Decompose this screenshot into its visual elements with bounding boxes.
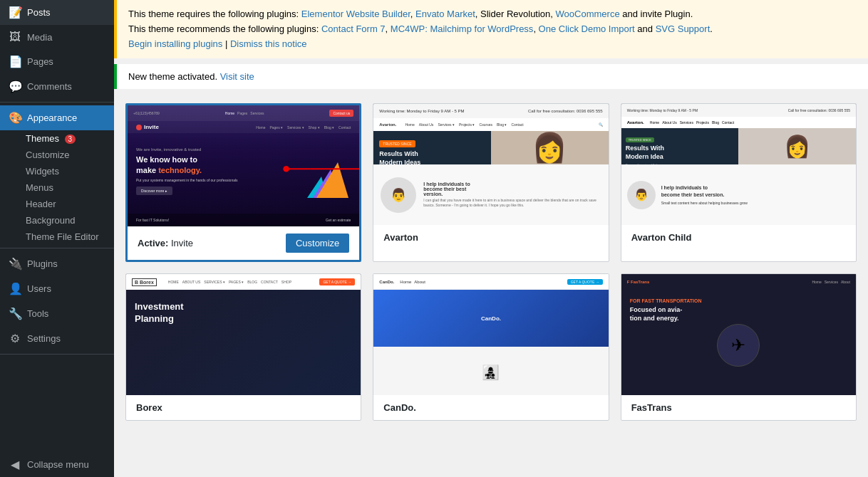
warning-line3: Begin installing plugins | Dismiss this … [128, 37, 857, 52]
pages-icon: 📄 [9, 55, 21, 68]
sidebar: 📝 Posts 🖼 Media 📄 Pages 💬 Comments 🎨 App… [0, 0, 114, 477]
plugins-icon: 🔌 [9, 257, 21, 271]
theme-footer-avarton: Avarton [373, 225, 608, 250]
mc4wp-link[interactable]: MC4WP: Mailchimp for WordPress [391, 23, 534, 34]
sidebar-sub-customize[interactable]: Customize [0, 147, 114, 163]
theme-preview-fastrans: F FasTrans Home Services About FOR FAST … [621, 274, 856, 395]
sidebar-sub-background[interactable]: Background [0, 212, 114, 229]
media-icon: 🖼 [9, 31, 21, 43]
sidebar-sub-widgets[interactable]: Widgets [0, 163, 114, 179]
sidebar-item-settings[interactable]: ⚙ Settings [0, 326, 114, 351]
sidebar-sub-header[interactable]: Header [0, 196, 114, 212]
svg-link[interactable]: SVG Support [656, 23, 711, 34]
theme-footer-borex: Borex [126, 395, 361, 420]
oneclick-link[interactable]: One Click Demo Import [539, 23, 635, 34]
success-text: New theme activated. [128, 71, 220, 82]
theme-footer-cando: CanDo. [373, 395, 608, 420]
settings-icon: ⚙ [9, 332, 21, 345]
avarton-theme-name: Avarton [383, 232, 418, 243]
main-content: This theme requires the following plugin… [114, 0, 868, 477]
woocommerce-link[interactable]: WooCommerce [556, 9, 620, 19]
active-theme-label: Active: Invite [138, 238, 193, 248]
begin-installing-link[interactable]: Begin installing plugins [128, 38, 222, 49]
theme-preview-cando: CanDo. HomeAbout GET A QUOTE → CanDo. 👩‍… [373, 274, 608, 395]
contactform-link[interactable]: Contact Form 7 [321, 23, 386, 34]
theme-card-cando[interactable]: CanDo. HomeAbout GET A QUOTE → CanDo. 👩‍… [373, 273, 609, 421]
sidebar-sub-menus[interactable]: Menus [0, 179, 114, 196]
dismiss-link[interactable]: Dismiss this notice [230, 38, 307, 49]
collapse-icon: ◀ [9, 458, 21, 471]
sidebar-item-tools[interactable]: 🔧 Tools [0, 301, 114, 326]
sidebar-item-users[interactable]: 👤 Users [0, 276, 114, 301]
theme-preview-invite: +61(123)456789 Home Pages Services Conta… [128, 105, 359, 226]
warning-notice: This theme requires the following plugin… [114, 0, 868, 58]
fastrans-theme-name: FasTrans [631, 402, 672, 413]
theme-footer-fastrans: FasTrans [621, 395, 856, 420]
sidebar-item-appearance[interactable]: 🎨 Appearance [0, 105, 114, 130]
themes-wrap: +61(123)456789 Home Pages Services Conta… [114, 89, 868, 429]
theme-preview-borex: B Borex HOMEABOUT USSERVICES ▾PAGES ▾BLO… [126, 274, 361, 395]
elementor-link[interactable]: Elementor Website Builder [301, 9, 410, 19]
customize-button[interactable]: Customize [286, 234, 349, 253]
sidebar-item-comments[interactable]: 💬 Comments [0, 74, 114, 99]
borex-theme-name: Borex [136, 402, 162, 413]
sidebar-collapse[interactable]: ◀ Collapse menu [0, 452, 114, 477]
posts-icon: 📝 [9, 6, 21, 19]
avarton-child-theme-name: Avarton Child [631, 232, 692, 243]
envato-link[interactable]: Envato Market [415, 9, 475, 19]
themes-grid: +61(123)456789 Home Pages Services Conta… [125, 103, 857, 421]
sidebar-item-media[interactable]: 🖼 Media [0, 25, 114, 49]
sidebar-sub-themes[interactable]: Themes 3 [0, 130, 114, 147]
theme-card-avarton-child[interactable]: Working time: Monday to Friday 9 AM - 5 … [621, 103, 857, 262]
themes-badge: 3 [65, 135, 76, 144]
theme-card-fastrans[interactable]: F FasTrans Home Services About FOR FAST … [621, 273, 857, 421]
cando-theme-name: CanDo. [383, 402, 416, 413]
appearance-icon: 🎨 [9, 111, 21, 125]
sidebar-item-plugins[interactable]: 🔌 Plugins [0, 251, 114, 276]
users-icon: 👤 [9, 282, 21, 295]
warning-line2: This theme recommends the following plug… [128, 22, 857, 37]
sidebar-item-pages[interactable]: 📄 Pages [0, 49, 114, 74]
visit-site-link[interactable]: Visit site [220, 71, 254, 82]
theme-card-invite[interactable]: +61(123)456789 Home Pages Services Conta… [125, 103, 361, 262]
tools-icon: 🔧 [9, 307, 21, 320]
theme-preview-avarton-child: Working time: Monday to Friday 9 AM - 5 … [621, 104, 856, 225]
theme-preview-avarton: Working time: Monday to Friday 9 AM - 5 … [373, 104, 608, 225]
success-notice: New theme activated. Visit site [114, 64, 868, 89]
sidebar-sub-theme-file-editor[interactable]: Theme File Editor [0, 229, 114, 245]
comments-icon: 💬 [9, 80, 21, 93]
theme-card-borex[interactable]: B Borex HOMEABOUT USSERVICES ▾PAGES ▾BLO… [125, 273, 361, 421]
sidebar-item-posts[interactable]: 📝 Posts [0, 0, 114, 25]
theme-footer-avarton-child: Avarton Child [621, 225, 856, 250]
theme-footer-invite: Active: Invite Customize [128, 226, 359, 260]
warning-line1: This theme requires the following plugin… [128, 7, 857, 22]
theme-card-avarton[interactable]: Working time: Monday to Friday 9 AM - 5 … [373, 103, 609, 262]
